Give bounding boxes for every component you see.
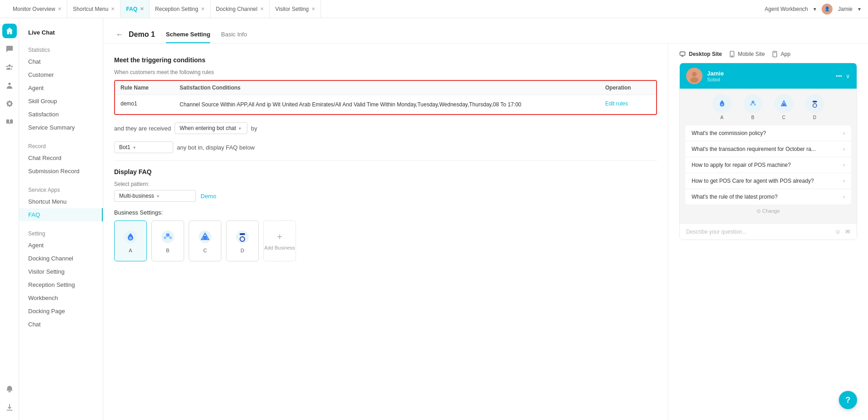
- preview-icon-d[interactable]: D: [801, 94, 828, 120]
- nav-item-satisfaction[interactable]: Satisfaction: [19, 108, 103, 121]
- sidebar-icon-home[interactable]: [2, 24, 17, 38]
- nav-item-workbench[interactable]: Workbench: [19, 291, 103, 305]
- col-satisfaction-conditions: Satisfaction Conditions: [180, 85, 605, 91]
- faq-item-0[interactable]: What's the commission policy? ›: [685, 125, 851, 141]
- faq-item-3[interactable]: How to get POS Care for agent with POS a…: [685, 173, 851, 189]
- nav-item-agent[interactable]: Agent: [19, 81, 103, 95]
- close-icon[interactable]: ✕: [260, 6, 264, 11]
- nav-item-customer[interactable]: Customer: [19, 68, 103, 81]
- nav-item-faq[interactable]: FAQ: [19, 208, 103, 221]
- more-icon[interactable]: •••: [836, 73, 842, 80]
- bot-select[interactable]: Bot1 ▾: [114, 141, 173, 153]
- nav-item-agent-setting[interactable]: Agent: [19, 239, 103, 252]
- nav-item-submission-record[interactable]: Submission Record: [19, 165, 103, 178]
- svg-point-20: [690, 77, 698, 83]
- sidebar-icon-settings[interactable]: [2, 96, 17, 111]
- business-card-a[interactable]: A: [114, 220, 147, 261]
- nav-item-skill-group[interactable]: Skill Group: [19, 95, 103, 108]
- chat-input-placeholder: Describe your question...: [686, 229, 835, 235]
- nav-item-service-summary[interactable]: Service Summary: [19, 121, 103, 134]
- faq-item-1[interactable]: What's the transaction requirement for O…: [685, 141, 851, 157]
- svg-point-31: [813, 104, 816, 107]
- business-card-d[interactable]: D: [226, 220, 259, 261]
- close-icon[interactable]: ✕: [201, 6, 205, 11]
- sidebar-icon-book[interactable]: [2, 115, 17, 129]
- nav-item-reception-setting[interactable]: Reception Setting: [19, 278, 103, 291]
- nav-item-shortcut-menu[interactable]: Shortcut Menu: [19, 195, 103, 208]
- topbar-tab-docking-channel[interactable]: Docking Channel ✕: [211, 0, 270, 18]
- sidebar-icon-group[interactable]: [2, 60, 17, 75]
- topbar-tab-reception-setting[interactable]: Reception Setting ✕: [150, 0, 211, 18]
- pattern-select[interactable]: Multi-business ▾: [114, 190, 196, 202]
- select-pattern-label: Select pattern:: [114, 181, 657, 187]
- page-title: Demo 1: [129, 30, 155, 39]
- preview-mobile-site[interactable]: Mobile Site: [729, 51, 765, 57]
- faq-item-2[interactable]: How to apply for repair of POS machine? …: [685, 157, 851, 173]
- nav-item-docking-channel[interactable]: Docking Channel: [19, 252, 103, 265]
- topbar-tabs: Monitor Overview ✕ Shortcut Menu ✕ FAQ ✕…: [7, 0, 321, 18]
- emoji-icon[interactable]: ☺: [835, 228, 841, 235]
- close-icon[interactable]: ✕: [140, 6, 144, 11]
- close-icon[interactable]: ✕: [58, 6, 61, 11]
- chat-avatar: [686, 68, 702, 84]
- bot-select-chevron-icon: ▾: [133, 145, 135, 150]
- sidebar-icon-bell[interactable]: [2, 382, 17, 396]
- icon-sidebar: [0, 18, 19, 420]
- business-card-add[interactable]: + Add Business: [263, 220, 296, 261]
- change-link[interactable]: ⊙ Change: [685, 205, 851, 218]
- and-they-are-received-label: and they are received: [114, 125, 171, 132]
- topbar-tab-shortcut-menu[interactable]: Shortcut Menu ✕: [67, 0, 120, 18]
- nav-section-live-chat: Live Chat: [19, 25, 103, 38]
- rules-table-header: Rule Name Satisfaction Conditions Operat…: [115, 81, 656, 95]
- topbar-tab-visitor-setting[interactable]: Visitor Setting ✕: [270, 0, 321, 18]
- chat-input-icons: ☺ ✉: [835, 228, 850, 235]
- pattern-chevron-icon: ▾: [157, 194, 159, 199]
- sidebar-icon-share[interactable]: [2, 400, 17, 415]
- faq-item-4[interactable]: What's the rule of the latest promo? ›: [685, 189, 851, 205]
- topbar-tab-monitor-overview[interactable]: Monitor Overview ✕: [7, 0, 67, 18]
- content-area: ← Demo 1 Scheme Setting Basic Info Meet …: [103, 18, 868, 420]
- chat-agent-sub: Sobot: [707, 77, 831, 82]
- svg-point-23: [750, 104, 752, 106]
- sidebar-icon-chat[interactable]: [2, 42, 17, 56]
- tab-scheme-setting[interactable]: Scheme Setting: [166, 31, 211, 43]
- svg-rect-29: [785, 104, 786, 106]
- chevron-down-icon[interactable]: ∨: [846, 73, 850, 80]
- tab-basic-info[interactable]: Basic Info: [221, 31, 247, 43]
- svg-point-3: [166, 233, 170, 237]
- help-button[interactable]: ?: [839, 391, 857, 409]
- dropdown-icon: ▾: [813, 6, 816, 12]
- username-label[interactable]: Jamie: [838, 6, 853, 12]
- rules-table: Rule Name Satisfaction Conditions Operat…: [114, 80, 657, 115]
- preview-icon-c[interactable]: C: [770, 94, 798, 120]
- sidebar-icon-person[interactable]: [2, 78, 17, 93]
- close-icon[interactable]: ✕: [311, 6, 315, 11]
- card-icon-c: [197, 229, 213, 245]
- business-card-c[interactable]: C: [189, 220, 221, 261]
- edit-rules-link[interactable]: Edit rules: [605, 100, 651, 107]
- nav-item-chat[interactable]: Chat: [19, 55, 103, 68]
- chat-agent-name: Jamie: [707, 70, 831, 77]
- nav-item-chat-record[interactable]: Chat Record: [19, 151, 103, 165]
- nav-item-chat-setting[interactable]: Chat: [19, 318, 103, 331]
- back-button[interactable]: ←: [114, 29, 125, 40]
- preview-app[interactable]: App: [772, 51, 790, 57]
- nav-item-visitor-setting[interactable]: Visitor Setting: [19, 265, 103, 278]
- preview-desktop-site[interactable]: Desktop Site: [679, 51, 722, 57]
- preview-icon-b[interactable]: B: [739, 94, 767, 120]
- preview-icon-a[interactable]: A: [708, 94, 736, 120]
- close-icon[interactable]: ✕: [111, 6, 115, 11]
- preview-icon-circle-a: [712, 94, 732, 113]
- user-dropdown-icon: ▾: [858, 6, 861, 12]
- svg-point-24: [753, 104, 756, 106]
- business-card-b[interactable]: B: [151, 220, 184, 261]
- demo-link[interactable]: Demo: [201, 193, 216, 200]
- agent-workbench-label[interactable]: Agent Workbench: [765, 6, 808, 12]
- svg-rect-9: [206, 237, 207, 240]
- nav-item-docking-page[interactable]: Docking Page: [19, 305, 103, 318]
- attachment-icon[interactable]: ✉: [845, 228, 850, 235]
- topbar-tab-faq[interactable]: FAQ ✕: [120, 0, 150, 18]
- faq-chevron-icon-3: ›: [843, 178, 845, 184]
- when-entering-select[interactable]: When entering bot chat ▾: [175, 122, 247, 134]
- nav-sidebar: Live Chat Statistics Chat Customer Agent…: [19, 18, 103, 420]
